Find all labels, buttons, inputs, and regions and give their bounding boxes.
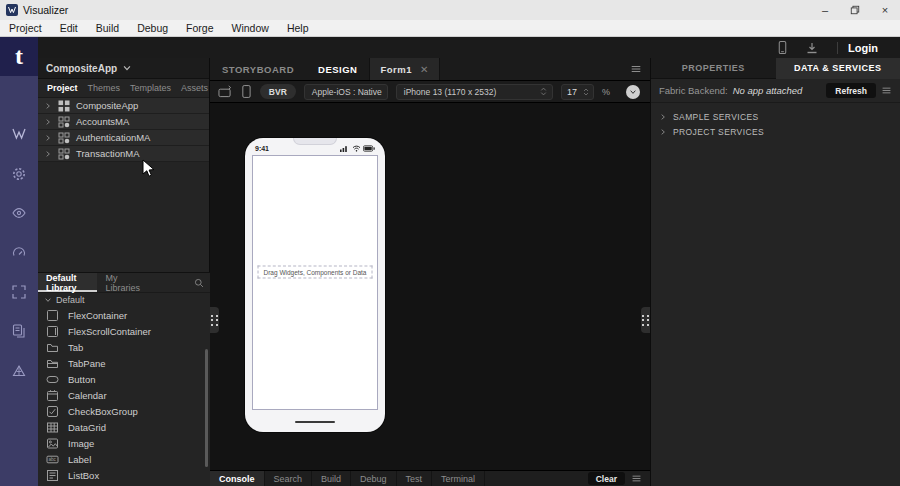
tab-console[interactable]: Console	[210, 471, 265, 486]
download-icon[interactable]	[805, 41, 819, 55]
close-tab-icon[interactable]: ✕	[420, 64, 429, 75]
widget-label: TabPane	[68, 358, 106, 369]
app-selector[interactable]: CompositeApp	[38, 58, 209, 79]
zoom-stepper[interactable]	[561, 84, 594, 100]
app-selector-label: CompositeApp	[46, 63, 117, 74]
tree-item-accountsma[interactable]: AccountsMA	[38, 114, 209, 130]
right-panel-drag-handle[interactable]	[641, 307, 650, 333]
refresh-button[interactable]: Refresh	[826, 83, 876, 98]
menu-build[interactable]: Build	[87, 20, 128, 36]
tab-data-services[interactable]: DATA & SERVICES	[776, 58, 900, 79]
module-icon	[58, 132, 70, 144]
canvas-toolbar: BVR Apple-iOS : Native iPhone 13 (1170 x…	[210, 81, 650, 103]
stepper-icon[interactable]	[582, 87, 590, 97]
form-canvas-dropzone[interactable]: Drag Widgets, Components or Data	[252, 155, 378, 410]
tab-design[interactable]: DESIGN	[306, 58, 369, 80]
tree-item-transactionma[interactable]: TransactionMA	[38, 146, 209, 162]
restore-button[interactable]	[840, 0, 870, 20]
gauge-icon[interactable]	[11, 244, 27, 260]
widget-calendar[interactable]: Calendar	[38, 387, 210, 403]
tree-item-project-services[interactable]: PROJECT SERVICES	[651, 124, 900, 139]
tab-build[interactable]: Build	[312, 471, 351, 486]
library-group-default[interactable]: Default	[38, 293, 210, 307]
widget-button[interactable]: Button	[38, 371, 210, 387]
chevron-right-icon[interactable]	[44, 102, 52, 110]
tree-item-label: TransactionMA	[76, 148, 140, 159]
left-panel-drag-handle[interactable]	[210, 307, 219, 333]
clear-console-button[interactable]: Clear	[588, 472, 625, 485]
device-preview-icon[interactable]	[776, 40, 789, 55]
hamburger-icon[interactable]	[881, 85, 892, 96]
minimize-button[interactable]: –	[810, 0, 840, 20]
library-scrollbar[interactable]	[205, 349, 208, 467]
document-tabs: STORYBOARD DESIGN Form1 ✕	[210, 58, 650, 81]
hamburger-icon[interactable]	[631, 473, 642, 484]
widget-tabpane[interactable]: TabPane	[38, 355, 210, 371]
widget-label: Calendar	[68, 390, 107, 401]
widget-checkboxgroup[interactable]: CheckBoxGroup	[38, 403, 210, 419]
chevron-right-icon[interactable]	[44, 118, 52, 126]
device-select[interactable]: iPhone 13 (1170 x 2532)	[396, 84, 553, 100]
prism-icon[interactable]	[11, 363, 27, 379]
bvr-button[interactable]: BVR	[260, 84, 296, 99]
zoom-input[interactable]	[565, 87, 579, 97]
tree-item-compositeapp[interactable]: CompositeApp	[38, 98, 209, 114]
tab-storyboard[interactable]: STORYBOARD	[210, 58, 306, 80]
layout-icon[interactable]	[11, 284, 27, 300]
tab-my-libraries[interactable]: My Libraries	[97, 273, 148, 292]
visualizer-logo-icon[interactable]	[11, 126, 27, 142]
chevron-right-icon[interactable]	[659, 128, 667, 136]
tab-project[interactable]: Project	[42, 83, 83, 93]
widget-label[interactable]: abc Label	[38, 451, 210, 467]
menu-forge[interactable]: Forge	[177, 20, 222, 36]
chevron-right-icon[interactable]	[44, 150, 52, 158]
properties-panel: PROPERTIES DATA & SERVICES Fabric Backen…	[650, 58, 900, 486]
platform-select[interactable]: Apple-iOS : Native	[304, 84, 388, 100]
tree-item-authenticationma[interactable]: AuthenticationMA	[38, 130, 209, 146]
login-button[interactable]: Login	[848, 42, 878, 54]
tab-terminal[interactable]: Terminal	[432, 471, 485, 486]
form1-tab-label: Form1	[380, 64, 412, 75]
widget-tab[interactable]: Tab	[38, 339, 210, 355]
chevron-right-icon[interactable]	[44, 134, 52, 142]
device-select-value: iPhone 13 (1170 x 2532)	[404, 87, 496, 97]
menu-edit[interactable]: Edit	[51, 20, 87, 36]
tab-themes[interactable]: Themes	[83, 83, 126, 93]
search-icon[interactable]	[194, 278, 204, 288]
project-explorer-panel: CompositeApp Project Themes Templates As…	[38, 58, 210, 486]
collapse-toolbar-button[interactable]	[626, 85, 640, 99]
tab-test[interactable]: Test	[397, 471, 433, 486]
calendar-icon	[46, 389, 59, 402]
tab-templates[interactable]: Templates	[125, 83, 176, 93]
tab-default-library[interactable]: Default Library	[38, 273, 97, 292]
menu-project[interactable]: Project	[0, 20, 51, 36]
close-button[interactable]: ×	[870, 0, 900, 20]
rotate-device-icon[interactable]	[218, 85, 233, 98]
widget-datagrid[interactable]: DataGrid	[38, 419, 210, 435]
portrait-device-icon[interactable]	[241, 84, 252, 99]
tab-search[interactable]: Search	[265, 471, 313, 486]
design-canvas[interactable]: 9:41 Drag Widgets, Components or Data	[210, 103, 650, 470]
menu-window[interactable]: Window	[223, 20, 278, 36]
widget-listbox[interactable]: ListBox	[38, 467, 210, 483]
tab-debug[interactable]: Debug	[351, 471, 397, 486]
menu-debug[interactable]: Debug	[128, 20, 177, 36]
tree-item-sample-services[interactable]: SAMPLE SERVICES	[651, 109, 900, 124]
document-icon[interactable]	[11, 323, 27, 339]
menu-help[interactable]: Help	[278, 20, 318, 36]
widget-image[interactable]: Image	[38, 435, 210, 451]
hamburger-icon[interactable]	[630, 63, 642, 75]
right-panel-tabs: PROPERTIES DATA & SERVICES	[651, 58, 900, 79]
tab-properties[interactable]: PROPERTIES	[651, 58, 776, 79]
gear-icon[interactable]	[11, 166, 27, 182]
widget-flexcontainer[interactable]: FlexContainer	[38, 307, 210, 323]
tab-assets[interactable]: Assets	[176, 83, 213, 93]
chevron-right-icon[interactable]	[659, 113, 667, 121]
widget-flexscrollcontainer[interactable]: FlexScrollContainer	[38, 323, 210, 339]
library-search-input[interactable]	[148, 277, 194, 289]
eye-icon[interactable]	[11, 205, 27, 221]
temenos-logo[interactable]: t	[0, 37, 38, 76]
tree-item-label: AuthenticationMA	[76, 132, 150, 143]
visualizer-window: Visualizer – × Project Edit Build Debug …	[0, 0, 900, 486]
tab-form1[interactable]: Form1 ✕	[369, 58, 439, 80]
